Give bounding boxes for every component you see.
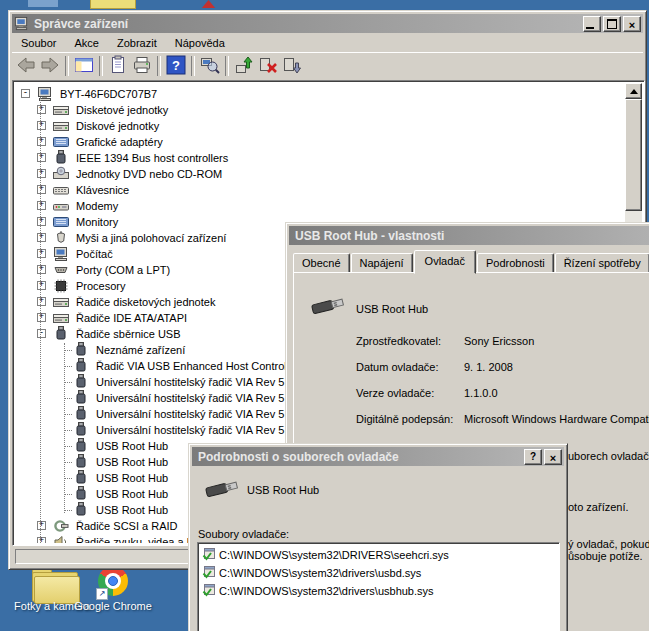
expand-toggle[interactable]: + [37, 169, 46, 178]
tree-item-label: Řadiče zvuku, videa a he [73, 535, 202, 543]
expand-toggle[interactable]: + [37, 297, 46, 306]
clipped-text-fragment: oto zařízení. [568, 501, 629, 513]
properties-tabstrip: ObecnéNapájeníOvladačPodrobnostiŘízení s… [293, 251, 649, 273]
expand-toggle[interactable]: + [37, 137, 46, 146]
properties-button[interactable] [106, 54, 130, 78]
usb-device-icon [310, 293, 348, 319]
scsi-raid-icon [53, 518, 69, 534]
processor-icon [53, 278, 69, 294]
driver-file-icon [202, 547, 219, 563]
menu-soubor[interactable]: Soubor [12, 34, 65, 52]
ieee1394-icon [53, 150, 69, 166]
tree-item-modemy[interactable]: +Modemy [15, 198, 625, 214]
toolbar-separator [191, 56, 195, 76]
help-button[interactable]: ? [164, 54, 188, 78]
expand-toggle[interactable]: + [37, 185, 46, 194]
computer-icon [53, 246, 69, 262]
file-details-titlebar[interactable]: Podrobnosti o souborech ovladače ? × [192, 447, 564, 466]
tree-guide-line [40, 97, 41, 543]
tab-napajeni[interactable]: Napájení [351, 253, 413, 273]
tree-item-graficke-adaptery[interactable]: +Grafické adaptéry [15, 134, 625, 150]
tree-item-label: Řadiče IDE ATA/ATAPI [73, 311, 190, 325]
scroll-up-arrow-icon[interactable] [625, 83, 642, 99]
driver-file-row[interactable]: C:\WINDOWS\system32\drivers\usbd.sys [202, 565, 421, 581]
window-title: Správce zařízení [34, 17, 581, 31]
menu-napoveda[interactable]: Nápověda [166, 34, 234, 52]
menu-bar: SouborAkceZobrazitNápověda [12, 33, 643, 52]
expand-toggle[interactable]: + [37, 153, 46, 162]
tab-rizeni-spotreby[interactable]: Řízení spotřeby [555, 253, 649, 273]
sound-icon [53, 534, 69, 543]
expand-toggle[interactable]: + [37, 105, 46, 114]
back-button[interactable] [14, 54, 38, 78]
disk-drive-icon [53, 118, 69, 134]
tree-item-jednotky-dvd-nebo-cd-rom[interactable]: +Jednotky DVD nebo CD-ROM [15, 166, 625, 182]
search-computer-button[interactable] [198, 54, 222, 78]
tree-item-diskove-jednotky[interactable]: +Diskové jednotky [15, 118, 625, 134]
menu-akce[interactable]: Akce [65, 34, 107, 52]
device-manager-titlebar[interactable]: Správce zařízení × [12, 14, 643, 33]
forward-button[interactable] [38, 54, 62, 78]
tree-item-disketove-jednotky[interactable]: +Disketové jednotky [15, 102, 625, 118]
usb-icon [73, 374, 89, 390]
tree-guide-line [64, 343, 65, 513]
scrollbar-thumb[interactable] [625, 99, 642, 211]
driver-field: Verze ovladače:1.1.0.0 [356, 387, 498, 399]
usb-icon [53, 326, 69, 342]
expand-toggle[interactable]: + [37, 281, 46, 290]
collapse-toggle[interactable]: - [21, 89, 30, 98]
tree-item-label: USB Root Hub [93, 455, 171, 469]
tab-obecne[interactable]: Obecné [293, 253, 350, 273]
tree-item-label: Klávesnice [73, 183, 132, 197]
tree-item-ieee-1394-bus-host-controllers[interactable]: +IEEE 1394 Bus host controllers [15, 150, 625, 166]
monitor-icon [53, 214, 69, 230]
back-icon [16, 55, 36, 77]
driver-files-listbox[interactable]: C:\WINDOWS\system32\DRIVERS\seehcri.sysC… [197, 542, 560, 631]
tree-item-label: USB Root Hub [93, 503, 171, 517]
tree-item-byt-46f6dc707b7[interactable]: -BYT-46F6DC707B7 [15, 86, 625, 102]
tree-item-label: Universální hostitelský řadič VIA Rev 5 … [93, 375, 296, 389]
tree-item-label: Universální hostitelský řadič VIA Rev 5 … [93, 407, 296, 421]
driver-files-label: Soubory ovladače: [198, 528, 289, 540]
tab-podrobnosti[interactable]: Podrobnosti [477, 253, 554, 273]
expand-toggle[interactable]: + [37, 217, 46, 226]
toolbar-separator [99, 56, 103, 76]
svg-text:?: ? [172, 58, 180, 73]
expand-toggle[interactable]: + [37, 201, 46, 210]
expand-toggle[interactable]: + [37, 521, 46, 530]
close-button[interactable]: × [544, 449, 562, 465]
search-computer-icon [200, 55, 220, 77]
tree-item-label: USB Root Hub [93, 471, 171, 485]
dialog-title: USB Root Hub - vlastnosti [295, 229, 649, 243]
expand-toggle[interactable]: + [37, 121, 46, 130]
close-button[interactable]: × [623, 16, 641, 32]
collapse-toggle[interactable]: - [37, 329, 46, 338]
driver-file-row[interactable]: C:\WINDOWS\system32\drivers\usbhub.sys [202, 583, 434, 599]
tree-item-label: Počítač [73, 247, 116, 261]
usb-icon [73, 438, 89, 454]
tree-item-label: IEEE 1394 Bus host controllers [73, 151, 231, 165]
tree-item-klavesnice[interactable]: +Klávesnice [15, 182, 625, 198]
expand-toggle[interactable]: + [37, 265, 46, 274]
usb-icon [73, 502, 89, 518]
expand-toggle[interactable]: + [37, 233, 46, 242]
field-label: Digitálně podepsán: [356, 413, 464, 425]
toolbar-separator [157, 56, 161, 76]
update-driver-button[interactable] [232, 54, 256, 78]
driver-file-row[interactable]: C:\WINDOWS\system32\DRIVERS\seehcri.sys [202, 547, 449, 563]
tab-ovladac[interactable]: Ovladač [414, 250, 476, 274]
menu-zobrazit[interactable]: Zobrazit [108, 34, 166, 52]
disable-device-button[interactable] [256, 54, 280, 78]
maximize-button[interactable] [603, 16, 621, 32]
tree-item-label: Řadiče sběrnice USB [73, 327, 184, 341]
minimize-button[interactable] [583, 16, 601, 32]
expand-toggle[interactable]: + [37, 249, 46, 258]
console-tree-button[interactable] [72, 54, 96, 78]
field-value: 1.1.0.0 [464, 387, 498, 399]
print-button[interactable] [130, 54, 154, 78]
context-help-button[interactable]: ? [524, 449, 542, 465]
properties-dialog-titlebar[interactable]: USB Root Hub - vlastnosti [289, 226, 649, 245]
expand-toggle[interactable]: + [37, 537, 46, 543]
expand-toggle[interactable]: + [37, 313, 46, 322]
uninstall-device-button[interactable] [280, 54, 304, 78]
